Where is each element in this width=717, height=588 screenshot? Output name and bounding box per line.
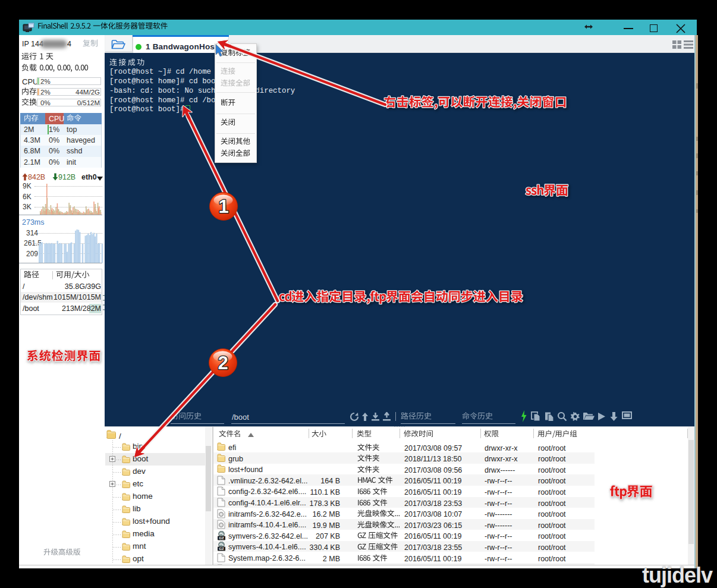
svg-text:1: 1 [218, 196, 228, 217]
svg-text:2: 2 [218, 353, 228, 373]
